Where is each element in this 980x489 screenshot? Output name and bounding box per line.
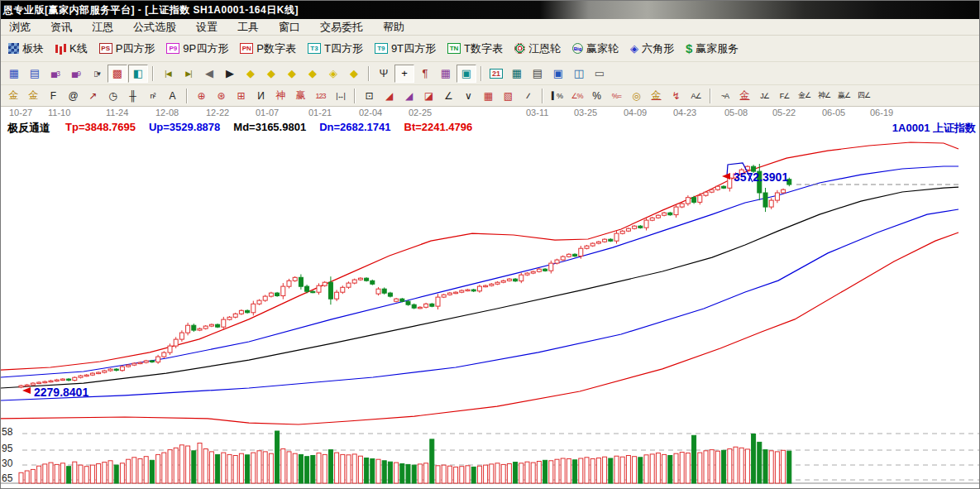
volume-bar [579,458,583,483]
winner-service-button[interactable]: $赢家服务 [681,39,744,59]
crosshair-tool-icon[interactable]: + [394,65,414,83]
box-grid-icon[interactable]: ⊞ [232,88,251,104]
comb-icon-glyph: ╫ [129,90,136,102]
ruler-123-icon[interactable]: 123 [311,88,330,104]
network-icon[interactable]: ◫ [569,65,589,83]
clock-icon[interactable]: ◷ [103,88,122,104]
menu-item-news[interactable]: 资讯 [50,20,72,35]
menu-item-settings[interactable]: 设置 [196,20,218,35]
pen-icon[interactable]: ↗ [84,88,103,104]
n2-icon[interactable]: n² [143,88,162,104]
menu-item-window[interactable]: 窗口 [279,20,300,35]
fan-grid-icon[interactable]: ◢ [399,88,418,104]
p-number-table-button[interactable]: PNP数字表 [236,39,302,59]
shen-icon[interactable]: 神 [271,88,290,104]
percent-icon[interactable]: % [587,88,606,104]
diamond-left-icon[interactable]: ◆ [241,65,261,83]
grid-arrow-icon[interactable]: ▧ [499,88,518,104]
bars-3-icon[interactable]: ▅3 [45,65,65,83]
angle-pct-icon[interactable]: ∠% [567,88,586,104]
star-grid-icon[interactable]: ⊛ [212,88,231,104]
gold-circle-icon[interactable]: ◎ [627,88,646,104]
notebook-icon[interactable]: ▤ [528,65,547,83]
circle-cross-icon[interactable]: ⊕ [192,88,211,104]
notes-icon-glyph: ▤ [30,67,40,79]
print-icon[interactable]: ▭ [590,65,610,83]
save-icon[interactable]: ▣ [548,65,568,83]
angle-lines-icon[interactable]: ∠ [439,88,458,104]
gann-wheel-button[interactable]: 江恩轮 [510,39,566,59]
candle-body [19,386,23,387]
wave-k-icon[interactable]: И [251,88,270,104]
f-angle-icon[interactable]: F∠ [775,88,794,104]
diamond-cross-icon[interactable]: ◆ [303,65,323,83]
first-page-icon[interactable]: |◀ [158,65,178,83]
menu-item-help[interactable]: 帮助 [383,20,404,35]
bars-pct-icon[interactable]: ▍% [547,88,566,104]
menu-item-formula-stock-pick[interactable]: 公式选股 [133,20,176,35]
spiral-icon[interactable]: @ [64,88,83,104]
menu-item-browse[interactable]: 浏览 [9,20,31,35]
9t-square-button[interactable]: T99T四方形 [370,39,442,59]
bars-9-icon[interactable]: ▅9 [66,65,86,83]
calculator-icon[interactable]: ▦ [507,65,527,83]
t-square-button[interactable]: T3T四方形 [304,39,369,59]
j-angle-icon[interactable]: J∠ [755,88,774,104]
hand-tool-icon[interactable]: Ψ [374,65,394,83]
gold-square2-icon[interactable]: 金 [24,88,43,104]
prev-icon[interactable]: ◀ [199,65,219,83]
diamond-star-icon[interactable]: ◈ [323,65,343,83]
diamond-expand-icon[interactable]: ◆ [282,65,302,83]
notes-icon[interactable]: ▤ [25,65,45,83]
calendar-21-icon[interactable]: 21 [486,65,506,83]
box-plus-icon[interactable]: ⊡ [360,88,379,104]
panel-icon[interactable]: ▦ [4,65,24,83]
width-arrows-icon[interactable]: |↔| [331,88,350,104]
kline-button[interactable]: K线 [51,39,93,59]
diamond-right-icon[interactable]: ◆ [261,65,281,83]
t-number-table-button[interactable]: TNT数字表 [443,39,509,59]
comb-icon[interactable]: ╫ [123,88,142,104]
a-cut-icon[interactable]: A [163,88,182,104]
ying-angle-icon[interactable]: 赢∠ [834,88,853,104]
last-page-icon[interactable]: ▶| [179,65,198,83]
diamond-plus-icon[interactable]: ◆ [344,65,364,83]
box-fan-icon[interactable]: ◪ [419,88,438,104]
gold-angle-icon[interactable]: 金∠ [795,88,814,104]
p-square-button[interactable]: PSP四方形 [95,39,161,59]
gold-square-icon[interactable]: 金 [4,88,23,104]
shen-angle-icon[interactable]: 神∠ [815,88,834,104]
wave-a-icon[interactable]: ~A [715,88,734,104]
menu-item-trade-entrust[interactable]: 交易委托 [320,20,363,35]
winner-wheel-button[interactable]: Big赢家轮 [568,39,624,59]
flash-icon[interactable]: ↯ [667,88,686,104]
ying-icon[interactable]: 赢 [291,88,310,104]
three-lines-icon[interactable]: ∕∕ [519,88,538,104]
a-angle-icon[interactable]: A∠ [686,88,705,104]
f-ruler-icon[interactable]: F [44,88,63,104]
candle-style-dropdown-icon[interactable]: ▯▾ [87,65,107,83]
9p-square-button[interactable]: P99P四方形 [162,39,234,59]
volume-bar [704,451,708,483]
volume-bar [447,466,452,483]
hexagon-button[interactable]: ◈六角形 [626,39,680,59]
grid-red-icon[interactable]: ▦ [479,88,498,104]
pin-tool-icon[interactable]: ¶ [415,65,435,83]
pattern-icon[interactable]: ▩ [108,65,127,83]
candle-body [680,204,684,207]
volume-bar [227,454,232,483]
puzzle-icon[interactable]: ▣ [457,65,476,83]
gold-under-icon[interactable]: 金 [735,88,754,104]
v-dots-icon[interactable]: ∨ [459,88,478,104]
gold-lines-icon[interactable]: 金 [647,88,666,104]
next-icon[interactable]: ▶ [220,65,240,83]
menu-item-gann[interactable]: 江恩 [92,20,113,35]
kline-chart[interactable]: 589530653572.39012279.8401 [1,135,980,489]
grid-pen-icon[interactable]: ▦ [436,65,456,83]
fan-icon[interactable]: ◢ [380,88,399,104]
menu-item-tools[interactable]: 工具 [237,20,259,35]
pct-lines-icon[interactable]: %= [607,88,626,104]
histogram-icon[interactable]: ◧ [128,65,148,83]
sector-blocks-button[interactable]: 板块 [4,39,50,59]
si-angle-icon[interactable]: 四∠ [854,88,873,104]
